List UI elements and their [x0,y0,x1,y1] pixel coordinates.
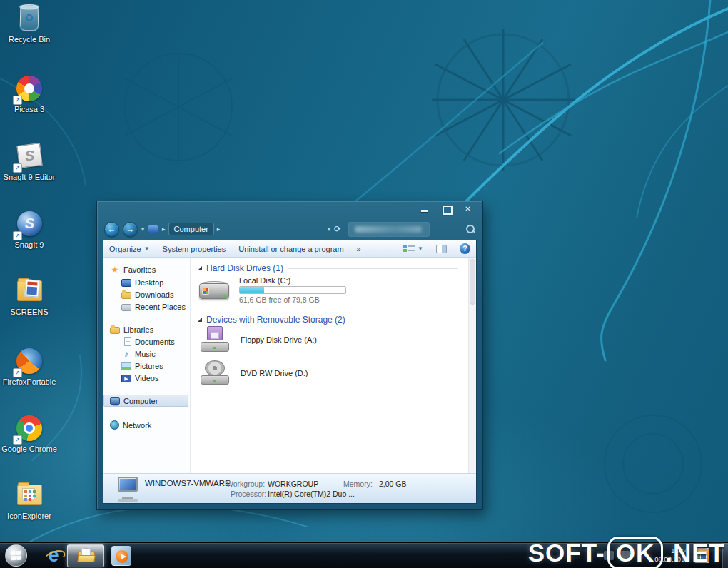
sidebar-label: Favorites [123,265,156,274]
taskbar-media-player-button[interactable] [111,546,131,566]
maximize-button[interactable] [442,205,451,213]
pictures-icon [121,362,131,370]
sidebar-label: Recent Places [135,303,186,311]
sidebar-item-recent-places[interactable]: Recent Places [103,300,188,313]
back-button[interactable]: ← [104,222,119,237]
sidebar-item-desktop[interactable]: Desktop [103,276,188,288]
sidebar-item-network[interactable]: Network [103,419,188,431]
breadcrumb-separator-icon[interactable]: ▸ [217,225,221,233]
memory-value: 2,00 GB [379,480,407,488]
toolbar-overflow-button[interactable]: » [357,245,361,253]
close-button[interactable]: ✕ [463,205,472,213]
drive-local-disk-c[interactable]: Local Disk (C:) 61,6 GB free of 79,8 GB [198,276,433,309]
videos-icon: ▶ [121,375,131,382]
group-collapse-icon [198,318,202,322]
tray-icon[interactable] [604,551,614,560]
breadcrumb-separator-icon[interactable]: ▸ [162,225,166,233]
desktop-icon-picasa[interactable]: ↗ Picasa 3 [0,74,59,113]
show-desktop-button[interactable] [722,543,728,568]
breadcrumb-computer[interactable]: Computer [169,223,213,235]
desktop-icon-snagit-editor[interactable]: S ↗ SnagIt 9 Editor [0,142,59,181]
windows-flag-icon [11,551,23,562]
clock-date: 08.08.2011 [654,555,688,564]
explorer-folder-icon [78,549,95,562]
tray-icon[interactable] [620,551,630,560]
libraries-icon [110,327,120,334]
recent-pages-dropdown-icon[interactable]: ▾ [141,226,144,233]
workgroup-value: WORKGROUP [268,480,318,488]
address-dropdown-icon[interactable]: ▾ [328,226,330,233]
processor-value: Intel(R) Core(TM)2 Duo ... [268,490,355,498]
minimize-button[interactable] [420,205,430,213]
desktop-icon-chrome[interactable]: ↗ Google Chrome [0,414,59,453]
search-input[interactable] [349,223,429,236]
desktop-icon-firefox[interactable]: ↗ FirefoxPortable [0,347,59,386]
shortcut-arrow-icon: ↗ [13,163,22,173]
group-header-hard-disks[interactable]: Hard Disk Drives (1) [198,263,458,273]
documents-icon [124,337,131,346]
explorer-window: ✕ ← → ▾ ▸ Computer ▸ ▾ ⟳ Organize ▼ [96,201,483,510]
hard-disk-icon [198,279,231,303]
organize-label: Organize [109,245,141,253]
capacity-bar-fill [240,287,264,293]
taskbar-ie-button[interactable]: e [43,545,64,567]
sidebar-item-computer[interactable]: Computer [103,395,188,407]
chevron-down-icon: ▼ [144,245,150,252]
forward-button[interactable]: → [123,222,138,237]
sidebar-item-libraries[interactable]: Libraries [103,323,188,335]
memory-label: Memory: [343,480,373,488]
drive-floppy-a[interactable]: Floppy Disk Drive (A:) [199,326,378,355]
group-divider [350,320,458,320]
desktop-icon-snagit[interactable]: S ↗ SnagIt 9 [0,210,59,249]
refresh-icon[interactable]: ⟳ [334,224,345,234]
computer-name: WINDOWS7-VMWARE [145,479,231,487]
taskbar-explorer-button[interactable] [67,544,104,567]
start-button[interactable] [5,544,27,567]
desktop-icon-screens[interactable]: SCREENS [0,277,59,316]
network-globe-icon [110,420,119,430]
desktop-icon-label: IconExplorer [0,512,59,520]
preview-pane-button[interactable] [436,245,447,253]
chevron-down-icon: ▼ [418,245,423,252]
computer-details-icon [115,477,142,501]
uninstall-program-button[interactable]: Uninstall or change a program [238,245,343,253]
group-collapse-icon [198,266,202,270]
sidebar-label: Music [135,350,156,358]
sidebar-item-favorites[interactable]: ★ Favorites [103,263,188,275]
drive-dvd-d[interactable]: DVD RW Drive (D:) [199,360,378,387]
desktop-icon-label: Google Chrome [0,445,59,453]
sidebar-item-pictures[interactable]: Pictures [103,360,188,372]
drive-name: Floppy Disk Drive (A:) [241,335,317,344]
sidebar-item-downloads[interactable]: Downloads [103,288,188,300]
items-view: Hard Disk Drives (1) Local Disk (C:) [191,258,468,473]
group-title: Devices with Removable Storage (2) [206,315,345,325]
sidebar-item-documents[interactable]: Documents [103,335,188,348]
change-view-button[interactable]: ▼ [403,244,423,253]
vertical-scrollbar[interactable] [468,258,476,473]
sidebar-label: Pictures [135,362,163,370]
scrollbar-thumb[interactable] [470,259,475,305]
sidebar-item-videos[interactable]: ▶ Videos [103,372,188,384]
taskbar: e 16:14 08.08.2011 [0,542,728,568]
sidebar-label: Network [123,421,151,430]
group-divider [288,268,458,269]
uninstall-program-label: Uninstall or change a program [238,245,343,253]
group-title: Hard Disk Drives (1) [206,263,283,273]
taskbar-clock[interactable]: 16:14 08.08.2011 [654,547,688,564]
organize-menu[interactable]: Organize ▼ [109,245,150,253]
system-properties-button[interactable]: System properties [163,245,226,253]
desktop-icon [121,279,131,287]
dvd-drive-icon [199,360,231,386]
iconexplorer-tray-icon[interactable] [694,548,709,563]
sidebar-item-music[interactable]: ♪ Music [103,348,188,360]
window-titlebar[interactable]: ✕ [97,201,482,218]
sidebar-label: Videos [135,374,158,382]
desktop-icon-recycle-bin[interactable]: ♻ Recycle Bin [0,4,59,44]
shortcut-arrow-icon: ↗ [13,435,22,445]
help-button[interactable]: ? [460,243,470,254]
group-header-removable-storage[interactable]: Devices with Removable Storage (2) [198,315,458,325]
desktop-icon-label: Recycle Bin [0,35,59,44]
views-icon [403,244,415,253]
floppy-drive-icon [199,326,231,353]
desktop-icon-iconexplorer[interactable]: IconExplorer [0,481,59,520]
